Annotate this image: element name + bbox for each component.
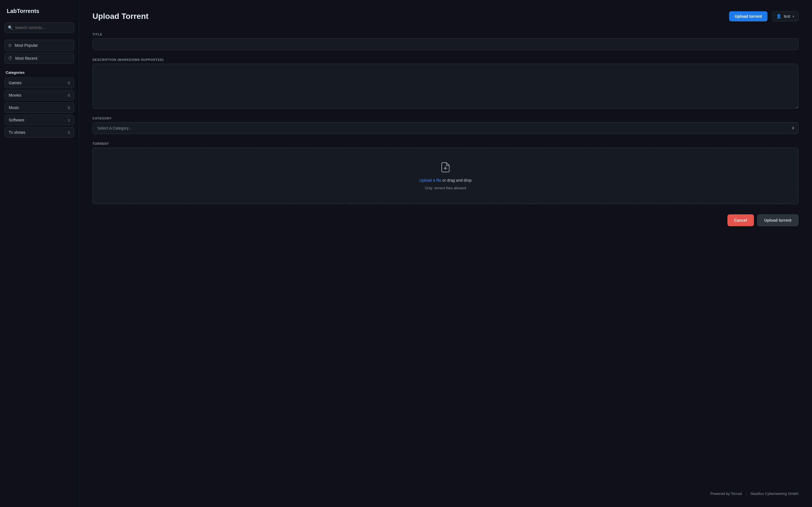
description-label: DESCRIPTION (MARKDOWN SUPPORTED) [93,58,799,61]
torrent-label: TORRENT [93,142,799,145]
title-label: TITLE [93,33,799,36]
top-bar: Upload Torrent Upload torrent 👤 test ▾ [93,11,799,21]
categories-label: Categories [4,70,74,75]
category-item-software[interactable]: Software 1 [4,115,74,125]
description-textarea[interactable] [93,64,799,109]
category-count: 1 [68,118,70,122]
search-icon: 🔍 [8,25,13,30]
drop-zone-text: Upload a file or drag and drop [419,178,471,182]
categories-section: Categories Games 0 Movies 0 Music 0 Soft… [4,70,74,138]
header-right: Upload torrent 👤 test ▾ [729,11,799,21]
category-item-tv-shows[interactable]: Tv shows 0 [4,127,74,138]
category-count: 0 [68,130,70,135]
search-wrapper: 🔍 [4,22,74,33]
torrent-field-group: TORRENT Upload a file or drag and drop O… [93,142,799,204]
category-label: Software [9,118,24,122]
category-count: 0 [68,81,70,85]
drop-zone-or-text: or drag and drop [441,178,471,182]
upload-file-link[interactable]: Upload a file [419,178,441,182]
sidebar-nav: ⊙ Most Popular ⏱ Most Recent [4,40,74,64]
categories-list: Games 0 Movies 0 Music 0 Software 1 Tv s… [4,77,74,138]
page-title: Upload Torrent [93,12,149,21]
upload-torrent-header-button[interactable]: Upload torrent [729,11,767,21]
drop-zone-hint: Only .torrent files allowed [425,186,466,190]
footer: Powered by Torrust | Nautilus Cyberneeri… [93,480,799,496]
most-recent-icon: ⏱ [8,56,12,61]
sidebar: LabTorrents 🔍 ⊙ Most Popular ⏱ Most Rece… [0,0,79,507]
form-actions: Cancel Upload torrent [93,214,799,226]
category-item-music[interactable]: Music 0 [4,102,74,113]
user-name: test [784,14,790,18]
footer-divider: | [746,492,747,496]
category-label: Music [9,105,19,110]
category-select-wrapper: Select A Category... Games Movies Music … [93,122,799,134]
footer-powered-by: Powered by Torrust [711,492,742,496]
user-icon: 👤 [776,14,781,19]
sidebar-item-most-recent[interactable]: ⏱ Most Recent [4,53,74,64]
most-popular-icon: ⊙ [8,43,12,48]
category-label: Tv shows [9,130,26,135]
description-field-group: DESCRIPTION (MARKDOWN SUPPORTED) [93,58,799,109]
upload-form: TITLE DESCRIPTION (MARKDOWN SUPPORTED) C… [93,33,799,480]
chevron-down-icon: ▾ [793,15,794,18]
sidebar-item-label: Most Popular [15,43,38,48]
user-menu[interactable]: 👤 test ▾ [772,11,799,21]
category-item-movies[interactable]: Movies 0 [4,90,74,101]
main-content: Upload Torrent Upload torrent 👤 test ▾ T… [79,0,812,507]
category-label: CATEGORY [93,117,799,120]
cancel-button[interactable]: Cancel [727,214,754,226]
app-logo: LabTorrents [4,7,74,15]
category-label: Games [9,80,21,85]
category-label: Movies [9,93,21,98]
title-field-group: TITLE [93,33,799,50]
torrent-drop-zone[interactable]: Upload a file or drag and drop Only .tor… [93,148,799,204]
file-upload-icon [440,162,451,175]
category-item-games[interactable]: Games 0 [4,77,74,88]
upload-torrent-button[interactable]: Upload torrent [757,214,799,226]
sidebar-item-most-popular[interactable]: ⊙ Most Popular [4,40,74,51]
title-input[interactable] [93,38,799,50]
search-input[interactable] [4,22,74,33]
category-count: 0 [68,93,70,98]
category-count: 0 [68,106,70,110]
sidebar-item-label: Most Recent [15,56,38,61]
category-field-group: CATEGORY Select A Category... Games Movi… [93,117,799,134]
footer-company: Nautilus Cyberneering GmbH [751,492,799,496]
category-select[interactable]: Select A Category... Games Movies Music … [93,122,799,134]
